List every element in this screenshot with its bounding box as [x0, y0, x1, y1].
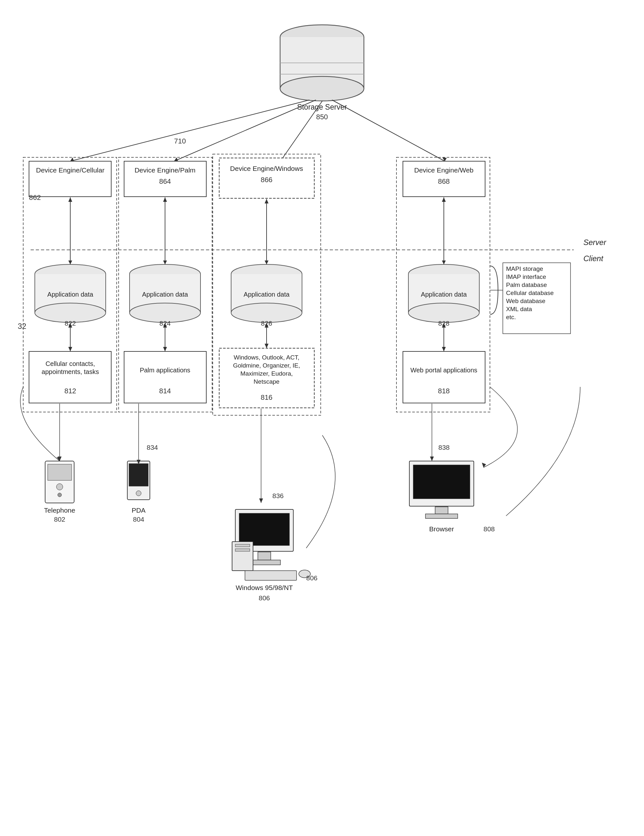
- svg-rect-81: [129, 464, 148, 486]
- svg-marker-55: [163, 197, 167, 202]
- svg-marker-71: [442, 347, 446, 351]
- svg-marker-98: [56, 457, 60, 461]
- app-816-label2: Goldmine, Organizer, IE,: [233, 362, 300, 369]
- pda-ref-804: 804: [133, 516, 144, 523]
- diagram-svg: Storage Server 850 710 Server Client 32: [0, 0, 644, 836]
- engine-web-ref: 868: [438, 177, 450, 185]
- svg-rect-46: [213, 154, 321, 415]
- svg-rect-19: [403, 161, 485, 197]
- svg-marker-56: [163, 261, 167, 265]
- engine-web-label: Device Engine/Web: [414, 167, 473, 174]
- app-818-ref: 818: [438, 387, 450, 395]
- svg-rect-21: [35, 274, 106, 313]
- svg-point-20: [35, 265, 106, 284]
- svg-rect-85: [258, 552, 271, 560]
- browser-line-ref: 838: [439, 444, 450, 451]
- engine-cellular-ref: 862: [29, 193, 41, 201]
- svg-point-29: [130, 303, 201, 322]
- svg-rect-42: [219, 348, 314, 408]
- app-data-826-ref: 826: [261, 320, 272, 327]
- app-816-label1: Windows, Outlook, ACT,: [234, 354, 300, 361]
- app-data-824-ref: 824: [159, 320, 171, 327]
- engine-palm-label: Device Engine/Palm: [134, 167, 195, 174]
- engine-windows-ref: 866: [261, 176, 273, 184]
- svg-point-79: [58, 493, 62, 497]
- svg-point-25: [130, 265, 201, 284]
- app-data-824-label: Application data: [142, 291, 188, 298]
- svg-point-78: [56, 483, 63, 490]
- svg-marker-10: [174, 157, 178, 162]
- windows-806-ref: 806: [259, 594, 270, 602]
- app-814-label: Palm applications: [140, 367, 191, 374]
- svg-rect-47: [396, 157, 490, 412]
- windows-label: Windows 95/98/NT: [236, 584, 293, 591]
- svg-point-4: [280, 77, 364, 101]
- app-data-826-label: Application data: [244, 291, 290, 298]
- svg-rect-44: [23, 157, 117, 412]
- app-812-label2: appointments, tasks: [42, 368, 99, 375]
- svg-rect-36: [408, 274, 479, 313]
- svg-point-39: [408, 303, 479, 322]
- server-label: Server: [584, 238, 607, 247]
- svg-marker-64: [265, 323, 269, 328]
- svg-rect-31: [231, 274, 302, 313]
- storage-cellular-db: Cellular database: [506, 289, 554, 296]
- pc-line-ref: 836: [272, 492, 284, 500]
- svg-line-11: [280, 101, 322, 161]
- svg-rect-16: [29, 161, 111, 197]
- ref-32: 32: [18, 322, 26, 330]
- engine-cellular-label: Device Engine/Cellular: [36, 167, 104, 174]
- svg-rect-94: [435, 507, 448, 514]
- storage-server-label: Storage Server: [297, 103, 347, 111]
- svg-marker-68: [442, 261, 446, 265]
- svg-rect-26: [130, 274, 201, 313]
- svg-rect-86: [248, 560, 280, 565]
- app-816-label3: Maximizer, Eudora,: [240, 370, 293, 377]
- svg-rect-87: [232, 542, 253, 571]
- svg-rect-90: [245, 571, 297, 580]
- app-816-label4: Netscape: [254, 378, 279, 385]
- telephone-ref: 802: [54, 516, 65, 523]
- svg-marker-67: [442, 197, 446, 202]
- storage-etc: etc.: [506, 314, 516, 320]
- svg-marker-50: [68, 261, 72, 265]
- pda-line-ref: 834: [147, 444, 158, 451]
- svg-rect-95: [426, 514, 458, 518]
- browser-label: Browser: [429, 525, 454, 532]
- svg-point-34: [231, 303, 302, 322]
- svg-marker-58: [163, 323, 167, 328]
- svg-rect-88: [235, 544, 250, 547]
- svg-marker-99: [482, 463, 486, 467]
- svg-marker-102: [58, 457, 62, 461]
- svg-rect-77: [48, 464, 72, 480]
- svg-rect-89: [235, 549, 250, 551]
- svg-rect-17: [124, 161, 206, 197]
- svg-point-35: [408, 265, 479, 284]
- app-data-828-label: Application data: [421, 291, 467, 298]
- svg-rect-41: [124, 351, 206, 403]
- engine-windows-label: Device Engine/Windows: [230, 165, 303, 172]
- svg-point-82: [136, 491, 141, 496]
- app-816-ref: 816: [261, 394, 273, 402]
- svg-marker-12: [280, 157, 284, 162]
- app-814-ref: 814: [159, 387, 171, 395]
- svg-rect-80: [127, 461, 150, 500]
- svg-marker-65: [265, 344, 269, 348]
- svg-rect-40: [29, 351, 111, 403]
- client-label: Client: [584, 254, 604, 263]
- app-818-label: Web portal applications: [410, 367, 478, 374]
- svg-marker-49: [68, 197, 72, 202]
- app-812-label1: Cellular contacts,: [46, 360, 95, 367]
- svg-line-7: [70, 100, 310, 161]
- app-812-ref: 812: [64, 387, 77, 395]
- browser-ref: 808: [484, 525, 495, 532]
- pda-label: PDA: [132, 506, 145, 514]
- svg-rect-84: [239, 513, 289, 545]
- svg-rect-93: [413, 465, 470, 499]
- svg-marker-61: [265, 199, 269, 203]
- svg-line-13: [332, 100, 445, 161]
- svg-line-9: [174, 100, 316, 161]
- svg-rect-76: [45, 461, 74, 503]
- svg-marker-70: [442, 323, 446, 328]
- svg-rect-96: [503, 263, 571, 334]
